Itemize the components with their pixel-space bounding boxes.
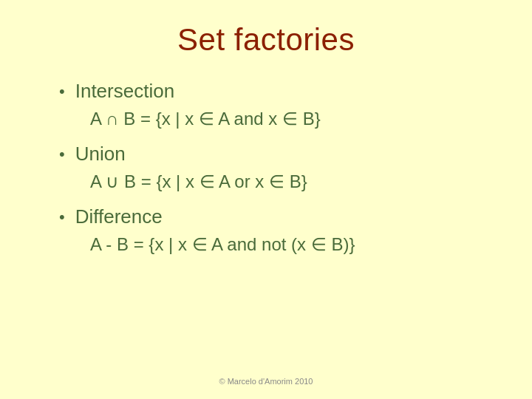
bullet-group-union: • Union A ∪ B = {x | x ∈ A or x ∈ B} bbox=[59, 143, 488, 192]
bullet-dot-2: • bbox=[59, 145, 65, 164]
page-container: Set factories • Intersection A ∩ B = {x … bbox=[0, 0, 532, 399]
bullet-dot-3: • bbox=[59, 208, 65, 227]
bullet-group-intersection: • Intersection A ∩ B = {x | x ∈ A and x … bbox=[59, 80, 488, 129]
intersection-formula: A ∩ B = {x | x ∈ A and x ∈ B} bbox=[59, 109, 488, 129]
footer-copyright: © Marcelo d'Amorim 2010 bbox=[219, 377, 313, 386]
intersection-label: Intersection bbox=[75, 80, 174, 103]
difference-label: Difference bbox=[75, 205, 163, 228]
bullet-header-intersection: • Intersection bbox=[59, 80, 488, 103]
bullet-header-difference: • Difference bbox=[59, 205, 488, 228]
union-formula: A ∪ B = {x | x ∈ A or x ∈ B} bbox=[59, 171, 488, 192]
content-area: • Intersection A ∩ B = {x | x ∈ A and x … bbox=[44, 80, 488, 255]
page-title: Set factories bbox=[177, 22, 355, 58]
union-label: Union bbox=[75, 143, 126, 166]
bullet-header-union: • Union bbox=[59, 143, 488, 166]
difference-formula: A - B = {x | x ∈ A and not (x ∈ B)} bbox=[59, 234, 488, 255]
bullet-dot-1: • bbox=[59, 82, 65, 101]
bullet-group-difference: • Difference A - B = {x | x ∈ A and not … bbox=[59, 205, 488, 255]
